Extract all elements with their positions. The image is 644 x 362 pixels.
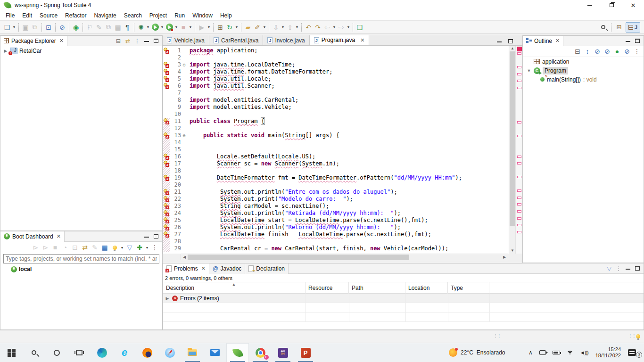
tab-outline[interactable]: Outline ✕ bbox=[523, 36, 563, 46]
column-header-path[interactable]: Path bbox=[349, 282, 405, 294]
menu-item-navigate[interactable]: Navigate bbox=[90, 11, 120, 20]
run-button[interactable] bbox=[150, 22, 160, 33]
debug-dropdown[interactable]: ▼ bbox=[146, 22, 150, 33]
code-line[interactable]: 15 bbox=[163, 146, 509, 153]
overview-error-marker[interactable] bbox=[517, 231, 521, 233]
tab-problems[interactable]: x Problems ✕ bbox=[163, 263, 209, 274]
code-line[interactable]: x27 LocalDateTime finish = LocalDateTime… bbox=[163, 231, 509, 238]
close-icon[interactable]: ✕ bbox=[360, 37, 364, 43]
mail-button[interactable] bbox=[204, 343, 226, 362]
tab-boot-dashboard[interactable]: Boot Dashboard ✕ bbox=[0, 231, 65, 242]
maximize-view-button[interactable] bbox=[633, 37, 642, 45]
error-lightbulb-icon[interactable]: x bbox=[163, 161, 169, 167]
volume-button[interactable]: ◄))) bbox=[577, 350, 592, 355]
open-perspective-button[interactable]: ⊞ bbox=[614, 22, 624, 33]
menu-item-source[interactable]: Source bbox=[36, 11, 61, 20]
gutter-annotation[interactable] bbox=[163, 167, 170, 174]
outline-view-menu-button[interactable]: ⋮ bbox=[632, 46, 642, 57]
drag-handle[interactable]: ⋮⋮ bbox=[628, 333, 636, 338]
project-row[interactable]: ▶ ! RetalCar bbox=[0, 46, 162, 56]
code-line[interactable]: 20 bbox=[163, 181, 509, 189]
minimize-button[interactable] bbox=[579, 0, 601, 10]
gutter-annotation[interactable]: x bbox=[163, 189, 170, 196]
fold-marker[interactable]: ⊖ bbox=[181, 61, 187, 68]
menu-item-run[interactable]: Run bbox=[171, 11, 189, 20]
code-line[interactable]: x13⊖ public static void main(String[] ar… bbox=[163, 132, 509, 139]
error-lightbulb-icon[interactable]: x bbox=[163, 196, 169, 202]
code-line[interactable]: x23 String carModel = sc.nextLine(); bbox=[163, 203, 509, 210]
boot-add-dropdown[interactable]: ▼ bbox=[145, 242, 149, 253]
outline-hide-static-button[interactable]: ⊘ bbox=[603, 46, 612, 57]
minimize-editor-button[interactable] bbox=[495, 37, 504, 46]
outline-hide-local-types-button[interactable]: ⊘ bbox=[622, 46, 632, 57]
error-lightbulb-icon[interactable]: x bbox=[163, 203, 169, 209]
boot-lightbulb-button[interactable] bbox=[110, 242, 119, 253]
problems-row-errors[interactable]: ▶✕Errors (2 items) bbox=[163, 294, 644, 303]
next-edit-location-button[interactable]: ↷ bbox=[313, 22, 322, 33]
close-button[interactable]: ✕ bbox=[622, 0, 644, 10]
scroll-right-icon[interactable]: ▶ bbox=[501, 254, 508, 260]
gutter-annotation[interactable] bbox=[163, 111, 170, 118]
coverage-button[interactable] bbox=[165, 22, 174, 33]
minimize-view-button[interactable] bbox=[142, 37, 151, 45]
close-icon[interactable]: ✕ bbox=[201, 265, 206, 272]
maximize-view-button[interactable] bbox=[633, 264, 642, 273]
save-button[interactable]: ▣ bbox=[21, 22, 30, 33]
error-lightbulb-icon[interactable]: x bbox=[163, 76, 169, 82]
gutter-annotation[interactable] bbox=[163, 245, 170, 252]
run-dropdown[interactable]: ▼ bbox=[160, 22, 165, 33]
code-line[interactable]: x24 System.out.println("Retirada (dd/MM/… bbox=[163, 210, 509, 217]
boot-stop-button[interactable]: ■ bbox=[50, 242, 60, 253]
prev-annotation-button[interactable]: ⇧ bbox=[285, 22, 295, 33]
code-area[interactable]: x1package application;2x3⊖import java.ti… bbox=[163, 46, 509, 254]
boot-lightbulb-dropdown[interactable]: ▼ bbox=[120, 242, 124, 253]
boot-filter-button[interactable]: ▽ bbox=[125, 242, 134, 253]
firefox-button[interactable] bbox=[136, 343, 158, 362]
vertical-scrollbar-thumb[interactable] bbox=[510, 51, 515, 226]
powerpoint-button[interactable]: P bbox=[294, 343, 317, 362]
overview-error-marker[interactable] bbox=[517, 217, 521, 220]
weather-widget[interactable]: 22°C Ensolarado bbox=[444, 343, 510, 362]
scroll-down-icon[interactable]: ▼ bbox=[509, 248, 516, 254]
back-button[interactable]: ⇦ bbox=[322, 22, 332, 33]
java-perspective-button[interactable]: J bbox=[626, 22, 640, 33]
error-lightbulb-icon[interactable]: x bbox=[163, 210, 169, 216]
error-lightbulb-icon[interactable]: x bbox=[163, 69, 169, 75]
code-line[interactable]: x26 System.out.println("Retorno (dd/MM/y… bbox=[163, 224, 509, 231]
overview-error-marker[interactable] bbox=[517, 224, 521, 226]
code-line[interactable]: 10 bbox=[163, 111, 509, 118]
overview-error-marker[interactable] bbox=[517, 189, 521, 192]
gutter-annotation[interactable] bbox=[163, 125, 170, 132]
error-lightbulb-icon[interactable]: x bbox=[163, 154, 169, 160]
code-line[interactable]: 9import model.entities.Vehicle; bbox=[163, 104, 509, 111]
last-edit-location-button[interactable]: ↶ bbox=[304, 22, 313, 33]
gutter-annotation[interactable] bbox=[163, 238, 170, 245]
overview-error-marker[interactable] bbox=[517, 203, 521, 206]
gutter-annotation[interactable] bbox=[163, 104, 170, 111]
gutter-annotation[interactable] bbox=[163, 97, 170, 104]
overview-error-marker[interactable] bbox=[517, 121, 521, 123]
overview-error-marker[interactable] bbox=[517, 66, 521, 68]
fold-marker[interactable]: ⊖ bbox=[181, 132, 187, 139]
gutter-annotation[interactable]: x bbox=[163, 210, 170, 217]
link-with-editor-button[interactable]: ⇄ bbox=[124, 37, 132, 45]
close-icon[interactable]: ✕ bbox=[59, 38, 64, 44]
back-dropdown[interactable]: ▼ bbox=[332, 22, 337, 33]
error-lightbulb-icon[interactable]: x bbox=[163, 48, 169, 54]
code-line[interactable]: x16 Locale.setDefault(Locale.US); bbox=[163, 153, 509, 160]
error-lightbulb-icon[interactable]: x bbox=[163, 217, 169, 223]
spring-refresh-dropdown[interactable]: ▼ bbox=[234, 22, 239, 33]
debug-button[interactable]: ✺ bbox=[136, 22, 146, 33]
boot-tag-pencil-button[interactable]: ✎ bbox=[90, 242, 99, 253]
safari-button[interactable] bbox=[158, 343, 181, 362]
gutter-annotation[interactable] bbox=[163, 54, 170, 61]
code-line[interactable]: x3⊖import java.time.LocalDateTime; bbox=[163, 61, 509, 68]
chevron-down-icon[interactable]: ▼ bbox=[527, 68, 531, 73]
overview-error-marker[interactable] bbox=[517, 210, 521, 213]
code-line[interactable]: x21 System.out.println("Entre com os dad… bbox=[163, 189, 509, 196]
gutter-annotation[interactable]: x bbox=[163, 196, 170, 203]
gutter-annotation[interactable]: x bbox=[163, 153, 170, 160]
flag-button[interactable]: ⚐ bbox=[85, 22, 94, 33]
code-line[interactable]: 2 bbox=[163, 54, 509, 61]
restore-button[interactable] bbox=[601, 0, 622, 10]
